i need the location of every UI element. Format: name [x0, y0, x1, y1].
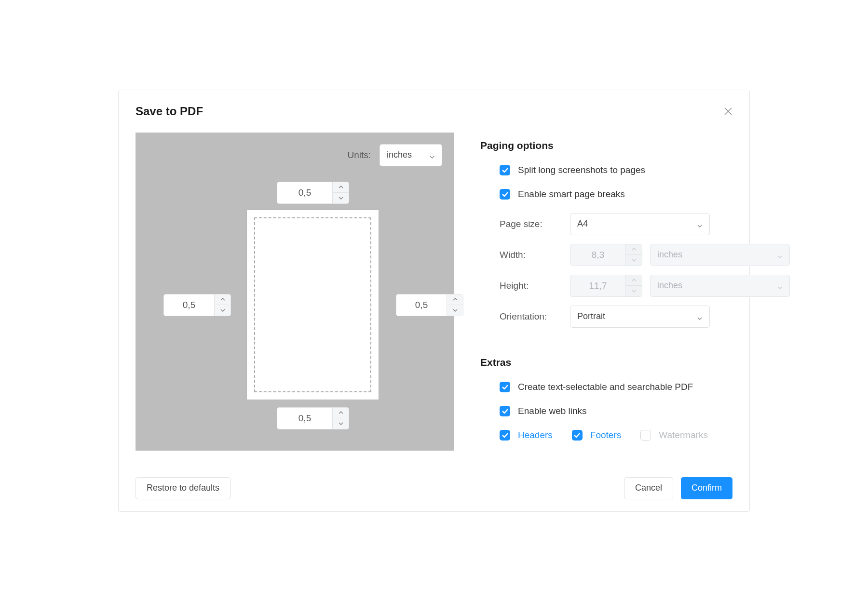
height-value	[570, 275, 625, 296]
units-value: inches	[387, 150, 412, 160]
margin-top-value[interactable]	[277, 182, 332, 203]
page-size-value: A4	[577, 219, 588, 229]
height-stepper	[570, 275, 642, 297]
headers-link[interactable]: Headers	[518, 430, 553, 441]
save-to-pdf-dialog: Save to PDF Units: inches	[118, 90, 750, 512]
margin-bottom-value[interactable]	[277, 408, 332, 429]
dialog-footer: Restore to defaults Cancel Confirm	[136, 477, 732, 499]
page-preview-area: Units: inches	[136, 133, 454, 451]
page-margin-indicator	[254, 217, 371, 392]
dialog-header: Save to PDF	[136, 105, 732, 118]
watermarks-label: Watermarks	[659, 430, 708, 441]
paging-options-title: Paging options	[480, 140, 790, 151]
units-row: Units: inches	[347, 144, 442, 166]
margin-left-value[interactable]	[164, 294, 214, 316]
height-down	[626, 286, 642, 296]
height-unit-select: inches	[650, 275, 790, 297]
width-unit-value: inches	[657, 250, 682, 260]
split-pages-checkbox[interactable]	[500, 165, 510, 175]
width-down	[626, 255, 642, 266]
restore-defaults-button[interactable]: Restore to defaults	[136, 477, 231, 499]
web-links-label: Enable web links	[518, 406, 587, 416]
units-label: Units:	[347, 150, 371, 160]
dialog-title: Save to PDF	[136, 105, 203, 118]
width-value	[570, 244, 625, 266]
margin-left-down[interactable]	[215, 305, 231, 316]
confirm-button[interactable]: Confirm	[681, 477, 732, 499]
margin-top-down[interactable]	[333, 193, 349, 203]
margin-right-down[interactable]	[447, 305, 463, 316]
margin-right-stepper[interactable]	[396, 294, 463, 316]
orientation-label: Orientation:	[500, 311, 562, 322]
cancel-button[interactable]: Cancel	[624, 477, 673, 499]
orientation-value: Portrait	[577, 311, 605, 321]
chevron-down-icon	[697, 221, 703, 227]
extras-title: Extras	[480, 357, 790, 368]
page-size-label: Page size:	[500, 219, 562, 229]
orientation-select[interactable]: Portrait	[570, 306, 710, 328]
width-up	[626, 244, 642, 255]
height-up	[626, 275, 642, 286]
width-stepper	[570, 244, 642, 266]
smart-breaks-label: Enable smart page breaks	[518, 189, 625, 200]
margin-top-up[interactable]	[333, 182, 349, 193]
footers-link[interactable]: Footers	[590, 430, 621, 441]
margin-top-stepper[interactable]	[277, 182, 349, 204]
margin-bottom-stepper[interactable]	[277, 407, 349, 429]
margin-left-stepper[interactable]	[163, 294, 231, 316]
margin-bottom-up[interactable]	[333, 408, 349, 419]
margin-bottom-down[interactable]	[333, 418, 349, 429]
margin-right-value[interactable]	[396, 294, 447, 316]
height-label: Height:	[500, 280, 562, 291]
margin-left-up[interactable]	[215, 294, 231, 306]
split-pages-label: Split long screenshots to pages	[518, 165, 645, 175]
chevron-down-icon	[697, 314, 703, 320]
web-links-checkbox[interactable]	[500, 406, 510, 416]
units-select[interactable]: inches	[380, 144, 442, 166]
chevron-down-icon	[777, 252, 783, 258]
headers-checkbox[interactable]	[500, 430, 510, 441]
chevron-down-icon	[777, 283, 783, 289]
chevron-down-icon	[429, 152, 435, 158]
watermarks-checkbox[interactable]	[640, 430, 651, 441]
width-label: Width:	[500, 250, 562, 260]
width-unit-select: inches	[650, 244, 790, 266]
footers-checkbox[interactable]	[572, 430, 583, 441]
text-selectable-checkbox[interactable]	[500, 382, 510, 392]
page-rect	[246, 210, 379, 400]
margin-right-up[interactable]	[447, 294, 463, 306]
options-column: Paging options Split long screenshots to…	[480, 133, 790, 451]
smart-breaks-checkbox[interactable]	[500, 189, 510, 200]
text-selectable-label: Create text-selectable and searchable PD…	[518, 382, 693, 392]
close-icon[interactable]	[724, 107, 732, 116]
page-size-select[interactable]: A4	[570, 213, 710, 235]
height-unit-value: inches	[657, 280, 682, 291]
